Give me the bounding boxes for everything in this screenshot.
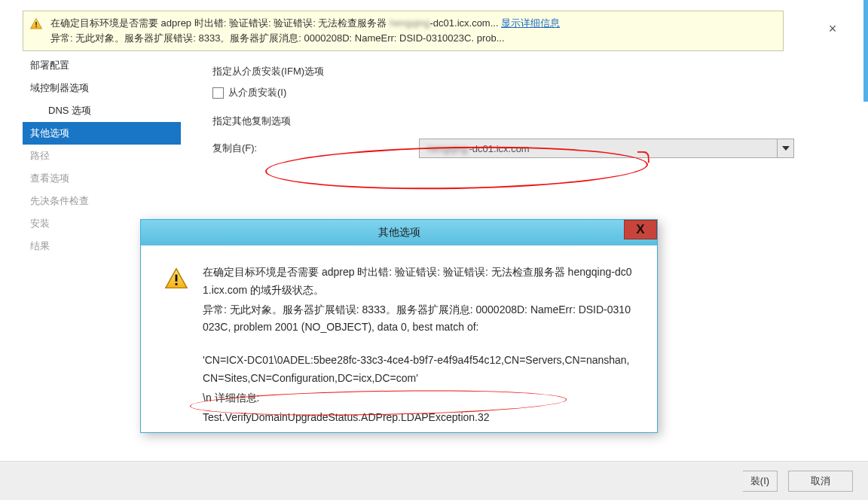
dialog-p4: \n 详细信息:: [203, 389, 634, 407]
dialog-title: 其他选项: [378, 226, 420, 239]
dialog-p2: 异常: 无此对象。服务器扩展错误: 8333。服务器扩展消息: 0000208D…: [203, 301, 634, 337]
warning-icon: [29, 17, 43, 31]
ifm-checkbox[interactable]: [212, 87, 224, 99]
replicate-value-tail: -dc01.icx.com: [469, 143, 530, 154]
dialog-text: 在确定目标环境是否需要 adprep 时出错: 验证错误: 验证错误: 无法检查…: [203, 264, 634, 428]
replicate-from-label: 复制自(F):: [212, 142, 408, 155]
replicate-value-blur: hengqing: [427, 143, 468, 154]
ifm-section-title: 指定从介质安装(IFM)选项: [212, 65, 794, 78]
wizard-footer: 裝(I) 取消: [0, 461, 868, 500]
show-details-link[interactable]: 显示详细信息: [501, 17, 560, 29]
cancel-button[interactable]: 取消: [788, 471, 853, 492]
banner-close-button[interactable]: ×: [824, 19, 842, 40]
dialog-close-button[interactable]: X: [624, 220, 657, 239]
svg-rect-1: [35, 26, 37, 28]
sidebar-item-2[interactable]: DNS 选项: [23, 99, 181, 122]
svg-rect-3: [176, 283, 178, 285]
svg-rect-2: [176, 275, 178, 282]
replication-section-title: 指定其他复制选项: [212, 114, 794, 128]
main-panel: 指定从介质安装(IFM)选项 从介质安装(I) 指定其他复制选项 复制自(F):…: [212, 62, 794, 158]
banner-line2: 异常: 无此对象。服务器扩展错误: 8333。服务器扩展消息: 0000208D…: [50, 31, 775, 46]
outer-window-border: [863, 0, 868, 102]
sidebar-item-4[interactable]: 路径: [23, 145, 181, 167]
warning-icon: [164, 267, 189, 292]
sidebar-item-0[interactable]: 部署配置: [23, 54, 181, 77]
ifm-checkbox-label: 从介质安装(I): [228, 86, 286, 99]
sidebar-item-6[interactable]: 先决条件检查: [23, 190, 181, 212]
dialog-p5: Test.VerifyDomainUpgradeStatus.ADPrep.LD…: [203, 409, 634, 427]
install-button-fragment[interactable]: 裝(I): [743, 471, 778, 492]
svg-rect-0: [35, 22, 37, 26]
dropdown-arrow-icon[interactable]: [777, 139, 793, 157]
warning-banner: 在确定目标环境是否需要 adprep 时出错: 验证错误: 验证错误: 无法检查…: [23, 11, 784, 51]
banner-server-blur: hengqing: [390, 17, 430, 29]
sidebar-item-3[interactable]: 其他选项: [23, 122, 181, 145]
replicate-from-dropdown[interactable]: hengqing-dc01.icx.com: [419, 139, 794, 158]
error-dialog: 其他选项 X 在确定目标环境是否需要 adprep 时出错: 验证错误: 验证错…: [140, 219, 658, 433]
dialog-p1: 在确定目标环境是否需要 adprep 时出错: 验证错误: 验证错误: 无法检查…: [203, 264, 634, 300]
sidebar-item-1[interactable]: 域控制器选项: [23, 77, 181, 99]
dialog-p3: 'CN=ICX-DC01\0ADEL:5bee28fc-33c3-4ce4-b9…: [203, 352, 634, 388]
banner-line1b: -dc01.icx.com...: [430, 17, 499, 29]
dialog-titlebar: 其他选项 X: [141, 220, 657, 245]
banner-line1a: 在确定目标环境是否需要 adprep 时出错: 验证错误: 验证错误: 无法检查…: [50, 17, 387, 29]
sidebar-item-5[interactable]: 查看选项: [23, 167, 181, 190]
